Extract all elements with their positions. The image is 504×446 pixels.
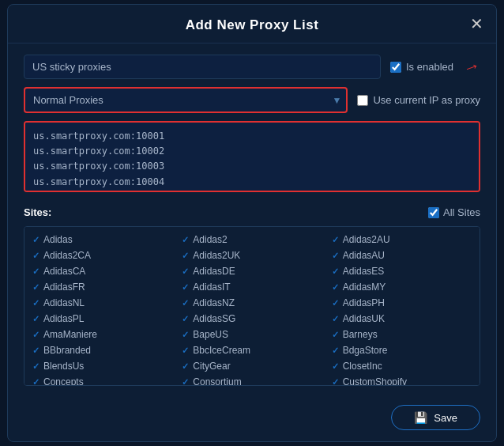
sites-label: Sites:: [24, 206, 51, 218]
site-name: AdidasNL: [43, 297, 85, 308]
list-item: ✓AdidasDE: [177, 263, 326, 279]
check-icon: ✓: [32, 314, 39, 324]
check-icon: ✓: [332, 251, 339, 261]
check-icon: ✓: [32, 282, 39, 293]
close-button[interactable]: ✕: [470, 16, 483, 32]
proxy-list-name-input[interactable]: [24, 55, 381, 79]
check-icon: ✓: [332, 266, 339, 277]
site-name: Adidas2CA: [43, 250, 91, 261]
list-item: ✓BBbranded: [28, 342, 177, 358]
site-name: CityGear: [193, 361, 230, 372]
is-enabled-label[interactable]: Is enabled: [390, 61, 453, 73]
site-name: Concepts: [43, 376, 84, 385]
modal-header: Add New Proxy List ✕: [8, 5, 496, 43]
all-sites-label[interactable]: All Sites: [428, 206, 480, 218]
list-item: ✓BdgaStore: [327, 342, 476, 358]
proxy-textarea-wrapper: us.smartproxy.com:10001 us.smartproxy.co…: [24, 121, 480, 195]
list-item: ✓AdidasNZ: [177, 295, 326, 311]
site-name: Barneys: [343, 329, 378, 340]
site-name: AdidasSG: [193, 313, 235, 324]
save-button[interactable]: 💾 Save: [391, 405, 480, 430]
check-icon: ✓: [32, 266, 39, 277]
check-icon: ✓: [332, 298, 339, 308]
site-name: AdidasNZ: [193, 297, 235, 308]
list-item: ✓Concepts: [28, 374, 177, 385]
list-item: ✓AdidasPL: [28, 311, 177, 327]
check-icon: ✓: [182, 314, 189, 324]
site-name: AdidasMY: [343, 282, 386, 293]
list-item: ✓AdidasMY: [327, 279, 476, 295]
save-label: Save: [434, 412, 457, 424]
check-icon: ✓: [332, 282, 339, 293]
list-item: ✓Adidas2AU: [327, 232, 476, 248]
site-name: AdidasAU: [343, 250, 385, 261]
list-item: ✓Adidas2UK: [177, 248, 326, 263]
use-current-ip-label[interactable]: Use current IP as proxy: [357, 94, 480, 106]
proxy-type-row: Normal Proxies Sticky Proxies Rotating P…: [24, 87, 480, 113]
check-icon: ✓: [332, 235, 339, 245]
list-item: ✓Adidas: [28, 232, 177, 248]
site-name: AmaManiere: [43, 329, 97, 340]
proxy-type-select[interactable]: Normal Proxies Sticky Proxies Rotating P…: [24, 87, 348, 113]
list-item: ✓AdidasPH: [327, 295, 476, 311]
save-icon: 💾: [414, 411, 427, 424]
check-icon: ✓: [332, 346, 339, 356]
check-icon: ✓: [32, 330, 39, 340]
site-name: AdidasDE: [193, 266, 235, 277]
site-name: BlendsUs: [43, 361, 84, 372]
site-name: Adidas2AU: [343, 234, 390, 245]
list-item: ✓AdidasAU: [327, 248, 476, 263]
modal-footer: 💾 Save: [8, 397, 496, 441]
site-name: Adidas2UK: [193, 250, 240, 261]
site-name: AdidasIT: [193, 282, 230, 293]
is-enabled-checkbox[interactable]: [390, 62, 401, 73]
list-item: ✓AdidasIT: [177, 279, 326, 295]
list-item: ✓Adidas2CA: [28, 248, 177, 263]
sites-grid-wrapper: ✓Adidas✓Adidas2✓Adidas2AU✓Adidas2CA✓Adid…: [24, 226, 480, 386]
list-item: ✓Barneys: [327, 327, 476, 342]
site-name: AdidasPL: [43, 313, 84, 324]
check-icon: ✓: [182, 251, 189, 261]
site-name: AdidasUK: [343, 313, 385, 324]
site-name: AdidasFR: [43, 282, 85, 293]
check-icon: ✓: [182, 282, 189, 293]
list-item: ✓AdidasSG: [177, 311, 326, 327]
list-item: ✓AdidasCA: [28, 263, 177, 279]
check-icon: ✓: [332, 361, 339, 372]
check-icon: ✓: [182, 346, 189, 356]
site-name: BbcIceCream: [193, 345, 250, 356]
list-item: ✓ClosetInc: [327, 358, 476, 374]
check-icon: ✓: [32, 235, 39, 245]
modal-container: Add New Proxy List ✕ Is enabled → Normal…: [7, 4, 497, 442]
all-sites-checkbox[interactable]: [428, 207, 439, 218]
proxy-list-textarea[interactable]: us.smartproxy.com:10001 us.smartproxy.co…: [24, 121, 480, 192]
list-item: ✓BapeUS: [177, 327, 326, 342]
site-name: AdidasPH: [343, 297, 385, 308]
site-name: BdgaStore: [343, 345, 388, 356]
check-icon: ✓: [182, 361, 189, 372]
check-icon: ✓: [32, 361, 39, 372]
proxy-type-select-wrapper: Normal Proxies Sticky Proxies Rotating P…: [24, 87, 348, 113]
check-icon: ✓: [332, 314, 339, 324]
list-item: ✓AdidasFR: [28, 279, 177, 295]
arrow-icon: →: [460, 55, 483, 80]
use-current-ip-checkbox[interactable]: [357, 95, 368, 106]
list-item: ✓CityGear: [177, 358, 326, 374]
site-name: BBbranded: [43, 345, 91, 356]
check-icon: ✓: [332, 330, 339, 340]
sites-grid: ✓Adidas✓Adidas2✓Adidas2AU✓Adidas2CA✓Adid…: [24, 227, 480, 385]
sites-header: Sites: All Sites: [24, 206, 480, 218]
list-item: ✓Consortium: [177, 374, 326, 385]
list-item: ✓Adidas2: [177, 232, 326, 248]
check-icon: ✓: [32, 298, 39, 308]
site-name: ClosetInc: [343, 361, 382, 372]
site-name: Adidas: [43, 234, 73, 245]
site-name: Adidas2: [193, 234, 227, 245]
check-icon: ✓: [182, 377, 189, 386]
check-icon: ✓: [182, 235, 189, 245]
check-icon: ✓: [182, 330, 189, 340]
check-icon: ✓: [32, 346, 39, 356]
site-name: AdidasES: [343, 266, 385, 277]
check-icon: ✓: [32, 377, 39, 386]
site-name: AdidasCA: [43, 266, 85, 277]
